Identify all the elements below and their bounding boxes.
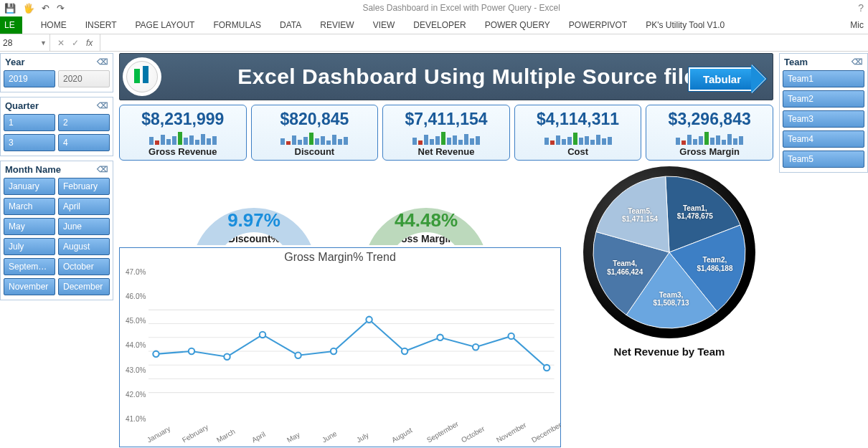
dashboard-title: Excel Dashboard Using Multiple Source fi… [161, 65, 773, 89]
funnel-icon[interactable]: ⌫ [97, 165, 108, 174]
funnel-icon[interactable]: ⌫ [97, 101, 108, 110]
ribbon-tab-file[interactable]: LE [0, 16, 22, 34]
slicer-item-october[interactable]: October [58, 258, 110, 275]
ribbon-tab-view[interactable]: VIEW [373, 20, 395, 30]
kpi-label: Discount [295, 146, 335, 157]
slicer-item-septem…[interactable]: Septem… [4, 258, 55, 275]
fx-icon[interactable]: fx [86, 38, 93, 48]
left-slicer-column: Year ⌫ 20192020 Quarter ⌫ 1234 Month Nam… [0, 53, 116, 447]
slicer-item-2019[interactable]: 2019 [4, 70, 55, 87]
ribbon-tab-pk-s-utility-tool-v1-0[interactable]: PK's Utility Tool V1.0 [646, 20, 725, 30]
slicer-item-april[interactable]: April [58, 198, 110, 215]
kpi-row: $8,231,999Gross Revenue$820,845Discount$… [116, 105, 776, 163]
slicer-item-march[interactable]: March [4, 198, 55, 215]
pie-caption: Net Revenue by Team [614, 345, 725, 358]
ribbon-tab-insert[interactable]: INSERT [85, 20, 117, 30]
kpi-net-revenue: $7,411,154Net Revenue [382, 105, 510, 161]
cancel-icon[interactable]: ✕ [57, 38, 65, 48]
ribbon-tab-home[interactable]: HOME [41, 20, 67, 30]
pie-slice-label: Team4,$1,466,424 [596, 259, 654, 276]
svg-point-16 [473, 344, 478, 350]
trend-plot-area [148, 265, 555, 437]
window-title: Sales Dashboard in Excel with Power Quer… [72, 3, 851, 13]
slicer-item-february[interactable]: February [58, 178, 110, 195]
kpi-label: Cost [567, 146, 588, 157]
trend-title: Gross Margin% Trend [126, 251, 555, 264]
slicer-title: Month Name [5, 164, 61, 175]
slicer-item-2[interactable]: 2 [58, 114, 110, 131]
slicer-year: Year ⌫ 20192020 [0, 53, 113, 92]
tabular-button[interactable]: Tabular [689, 65, 765, 93]
kpi-value: $7,411,154 [405, 110, 487, 129]
arrow-right-icon [751, 65, 765, 93]
redo-icon[interactable]: ↷ [57, 3, 65, 14]
slicer-item-4[interactable]: 4 [58, 134, 110, 151]
sparkline [280, 130, 348, 145]
ribbon-tab-power-query[interactable]: POWER QUERY [485, 20, 550, 30]
logo-badge [123, 57, 161, 96]
donut-margin: 44.48% Gross Margin% [354, 166, 498, 244]
quick-access-toolbar: 💾 🖐 ↶ ↷ Sales Dashboard in Excel with Po… [0, 0, 868, 16]
ribbon-tab-page-layout[interactable]: PAGE LAYOUT [135, 20, 194, 30]
svg-point-7 [154, 351, 159, 357]
slicer-item-june[interactable]: June [58, 218, 110, 235]
slicer-item-november[interactable]: November [4, 278, 55, 295]
svg-point-8 [189, 348, 194, 354]
slicer-title: Year [5, 57, 24, 67]
name-box[interactable]: 28 ▼ [0, 34, 50, 51]
slicer-item-team4[interactable]: Team4 [783, 130, 864, 148]
slicer-item-team1[interactable]: Team1 [783, 70, 864, 87]
pie-slice-label: Team1,$1,478,675 [666, 204, 724, 221]
sparkline [676, 130, 743, 145]
slicer-item-team3[interactable]: Team3 [783, 110, 864, 128]
pie-block: Team1,$1,478,675Team2,$1,486,188Team3,$1… [565, 166, 773, 447]
chevron-down-icon[interactable]: ▼ [40, 39, 47, 47]
kpi-cost: $4,114,311Cost [514, 105, 642, 161]
svg-point-10 [260, 332, 265, 338]
right-slicer-column: Team ⌫ Team1Team2Team3Team4Team5 [776, 53, 868, 447]
dashboard-banner: Excel Dashboard Using Multiple Source fi… [119, 53, 773, 100]
ribbon-tab-formulas[interactable]: FORMULAS [213, 20, 261, 30]
dashboard: Year ⌫ 20192020 Quarter ⌫ 1234 Month Nam… [0, 52, 868, 447]
ribbon-tab-developer[interactable]: DEVELOPER [413, 20, 466, 30]
slicer-item-may[interactable]: May [4, 218, 55, 235]
svg-point-9 [225, 353, 230, 359]
dashboard-main: Excel Dashboard Using Multiple Source fi… [116, 53, 776, 447]
slicer-item-team2[interactable]: Team2 [783, 90, 864, 108]
slicer-title: Team [784, 57, 808, 67]
ribbon-tab-data[interactable]: DATA [280, 20, 301, 30]
slicer-item-january[interactable]: January [4, 178, 55, 195]
help-icon[interactable]: ? [858, 2, 864, 14]
kpi-gross-revenue: $8,231,999Gross Revenue [119, 105, 247, 161]
enter-icon[interactable]: ✓ [72, 38, 79, 48]
ribbon-tab-powerpivot[interactable]: POWERPIVOT [569, 20, 627, 30]
kpi-value: $4,114,311 [537, 110, 619, 129]
trend-y-axis: 47.0%46.0%45.0%44.0%43.0%42.0%41.0% [126, 265, 148, 437]
kpi-label: Gross Revenue [148, 146, 217, 157]
name-box-value: 28 [3, 38, 12, 48]
trend-x-axis: JanuaryFebruaryMarchAprilMayJuneJulyAugu… [126, 437, 555, 445]
slicer-item-3[interactable]: 3 [4, 134, 55, 151]
sparkline [412, 130, 480, 145]
slicer-item-august[interactable]: August [58, 238, 110, 255]
funnel-icon[interactable]: ⌫ [97, 57, 108, 67]
ribbon-tab-review[interactable]: REVIEW [320, 20, 354, 30]
funnel-icon[interactable]: ⌫ [852, 57, 863, 67]
save-icon[interactable]: 💾 [4, 3, 16, 14]
slicer-item-team5[interactable]: Team5 [783, 151, 864, 168]
sparkline [149, 130, 217, 145]
slicer-item-december[interactable]: December [58, 278, 110, 295]
account-name[interactable]: Mic [850, 20, 864, 30]
svg-point-12 [331, 348, 336, 354]
discount-pct: 9.97% [227, 209, 280, 232]
pie-slice-label: Team5,$1,471,154 [611, 207, 669, 224]
svg-point-15 [438, 335, 443, 340]
sparkline [544, 130, 612, 145]
svg-point-13 [367, 317, 372, 323]
margin-pct: 44.48% [395, 209, 458, 232]
slicer-item-1[interactable]: 1 [4, 114, 55, 131]
slicer-item-2020[interactable]: 2020 [58, 70, 110, 87]
touch-icon[interactable]: 🖐 [23, 3, 34, 14]
slicer-item-july[interactable]: July [4, 238, 55, 255]
undo-icon[interactable]: ↶ [42, 3, 49, 14]
